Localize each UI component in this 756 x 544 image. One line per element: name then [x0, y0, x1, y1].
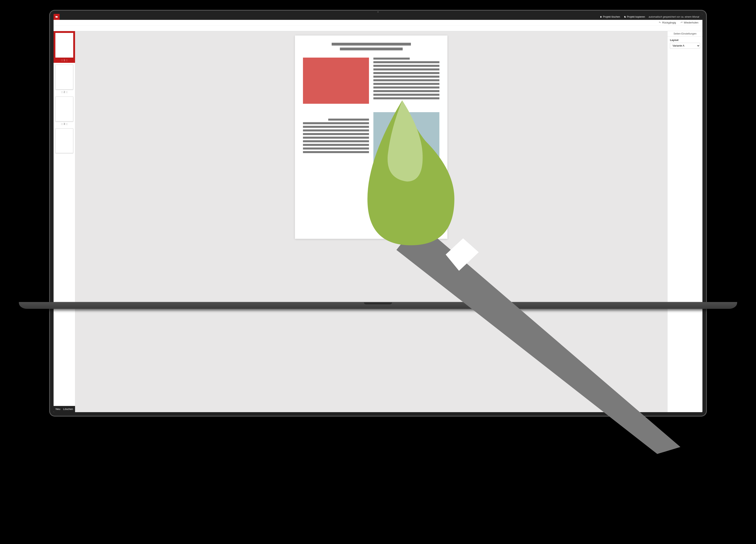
page-thumb-label: ::: 1 ::: [55, 59, 73, 63]
copy-icon [624, 16, 626, 18]
settings-panel: Seiten-Einstellungen Layout Variante A [667, 31, 702, 412]
page-thumb-preview [55, 33, 73, 58]
laptop-frame: Projekt löschen Projekt kopieren automat… [49, 10, 707, 417]
page-thumb-4[interactable] [54, 127, 75, 156]
new-page-button[interactable]: Neu [56, 408, 60, 411]
app-logo[interactable] [54, 14, 60, 20]
autosave-status: automatisch gespeichert vor ca. einem Mo… [649, 15, 699, 18]
layout-select[interactable]: Variante A [670, 43, 700, 49]
page-thumb-preview [55, 65, 73, 89]
delete-project-label: Projekt löschen [603, 15, 620, 18]
page-thumb-3[interactable]: ::: 3 ::: [54, 95, 75, 127]
ribbon: Rückgängig Wiederholen [54, 20, 702, 31]
page-thumb-2[interactable]: ::: 2 ::: [54, 63, 75, 95]
copy-project-label: Projekt kopieren [627, 15, 645, 18]
undo-label: Rückgängig [662, 21, 676, 24]
title-bar: Projekt löschen Projekt kopieren automat… [54, 14, 702, 20]
canvas-area[interactable] [75, 31, 667, 412]
page-thumb-label: ::: 2 ::: [55, 91, 73, 95]
placeholder-title [303, 43, 439, 50]
sidebar-footer: Neu Löschen [54, 406, 75, 412]
redo-icon [680, 21, 683, 24]
trash-icon [600, 16, 602, 18]
delete-project-button[interactable]: Projekt löschen [600, 15, 620, 18]
settings-panel-title: Seiten-Einstellungen [668, 31, 702, 37]
workspace: ::: 1 ::: ::: 2 ::: ::: 3 ::: [54, 31, 702, 412]
page-thumb-1[interactable]: ::: 1 ::: [54, 31, 75, 63]
page-thumb-label: ::: 3 ::: [55, 123, 73, 127]
placeholder-image-red[interactable] [303, 58, 369, 104]
app-screen: Projekt löschen Projekt kopieren automat… [54, 14, 702, 412]
page-sidebar[interactable]: ::: 1 ::: ::: 2 ::: ::: 3 ::: [54, 31, 75, 412]
redo-label: Wiederholen [684, 21, 698, 24]
page-thumb-preview [55, 128, 73, 153]
undo-button[interactable]: Rückgängig [659, 21, 676, 24]
copy-project-button[interactable]: Projekt kopieren [624, 15, 645, 18]
page-thumb-label [55, 154, 73, 156]
page-canvas[interactable] [295, 36, 447, 239]
redo-button[interactable]: Wiederholen [680, 21, 698, 24]
delete-page-button[interactable]: Löschen [63, 408, 73, 411]
laptop-base [19, 302, 737, 309]
page-thumb-preview [55, 97, 73, 121]
undo-icon [659, 21, 661, 24]
placeholder-image-blue[interactable] [373, 112, 439, 176]
folder-icon [55, 15, 58, 18]
layout-label: Layout [670, 39, 700, 42]
camera-icon [377, 11, 379, 13]
